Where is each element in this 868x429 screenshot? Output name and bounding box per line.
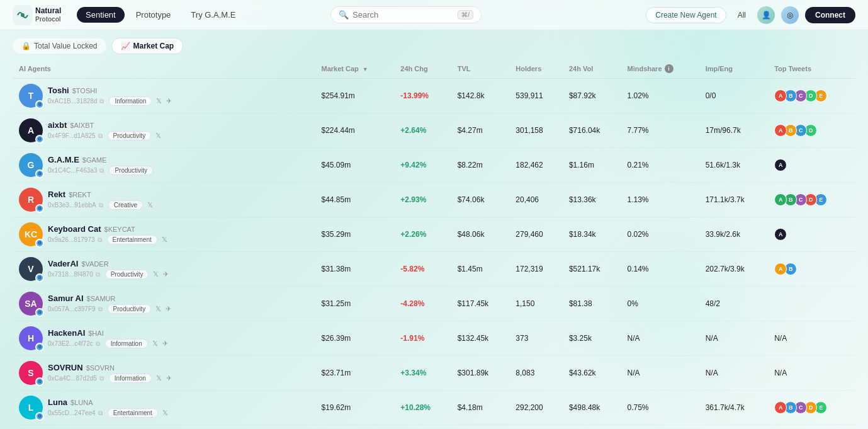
connect-button[interactable]: Connect	[805, 7, 855, 23]
agent-info-cell: T ⚙ Toshi $TOSHI 0xAC1B...31828d ⧉ Infor…	[19, 84, 308, 108]
market-cap-cell: $224.44m	[315, 113, 394, 148]
tweet-avatar[interactable]: A	[774, 193, 787, 206]
agent-address-row: 0xCa4C...87d2d5 ⧉ Information 𝕏✈	[48, 374, 172, 383]
search-input[interactable]	[352, 10, 454, 20]
change-24h-cell: +2.26%	[394, 217, 451, 252]
copy-address-icon[interactable]: ⧉	[98, 132, 103, 140]
tvl-cell: $117.45k	[451, 287, 510, 321]
imp-eng-cell: 171.1k/3.7k	[699, 183, 769, 217]
tweet-avatars-group: ABCDE	[774, 401, 849, 414]
network-icon[interactable]: ◎	[781, 6, 799, 24]
tweet-avatars-group: ABCDE	[774, 89, 849, 102]
twitter-icon[interactable]: 𝕏	[162, 409, 168, 417]
twitter-icon[interactable]: 𝕏	[155, 132, 161, 140]
twitter-icon[interactable]: 𝕏	[153, 270, 159, 278]
tvl-cell: $4.18m	[451, 391, 510, 425]
agent-info-cell: H ⚙ HackenAI $HAI 0x73E2...c4f72c ⧉ Info…	[19, 326, 308, 350]
agent-address-row: 0x4F9F...d1A825 ⧉ Productivity 𝕏	[48, 131, 161, 140]
tweet-avatar[interactable]: A	[774, 124, 787, 137]
twitter-icon[interactable]: 𝕏	[156, 374, 162, 382]
agent-ticker: $SAMUR	[87, 295, 116, 302]
filter-marketcap[interactable]: 📈 Market Cap	[111, 38, 184, 54]
twitter-icon[interactable]: 𝕏	[155, 305, 161, 313]
tweet-avatar[interactable]: A	[774, 228, 787, 241]
mindshare-cell: 1.02%	[621, 79, 699, 113]
mindshare-cell: 0.21%	[621, 148, 699, 183]
create-agent-button[interactable]: Create New Agent	[646, 7, 726, 23]
tweet-avatar[interactable]: A	[774, 401, 787, 414]
vol-24h-cell: $18.34k	[563, 217, 621, 252]
avatar-badge: ⚙	[35, 169, 44, 178]
copy-address-icon[interactable]: ⧉	[99, 98, 104, 105]
agent-tag: Information	[105, 339, 148, 348]
col-24h-vol: 24h Vol	[563, 59, 621, 79]
copy-address-icon[interactable]: ⧉	[99, 167, 104, 174]
agent-info: Rekt $REKT 0xB3e3...91ebbA ⧉ Creative 𝕏	[48, 190, 153, 210]
table-row: G ⚙ G.A.M.E $GAME 0x1C4C...F463a3 ⧉ Prod…	[13, 148, 855, 183]
tweet-avatar[interactable]: A	[774, 89, 787, 102]
imp-eng-cell: 202.7k/3.9k	[699, 252, 769, 287]
copy-address-icon[interactable]: ⧉	[96, 340, 100, 348]
top-tweets-cell: ABCDE	[768, 391, 855, 425]
nav-tab-game[interactable]: Try G.A.M.E	[182, 7, 244, 23]
top-tweets-cell: A	[768, 217, 855, 252]
agent-ticker: $REKT	[69, 191, 91, 198]
twitter-icon[interactable]: 𝕏	[156, 97, 162, 105]
filter-tvl[interactable]: 🔒 Total Value Locked	[13, 38, 106, 54]
copy-address-icon[interactable]: ⧉	[96, 271, 100, 278]
tweet-avatar[interactable]: A	[774, 159, 787, 171]
top-tweets-cell: AB	[768, 252, 855, 287]
nav-tabs: Sentient Prototype Try G.A.M.E	[77, 7, 244, 23]
col-tvl: TVL	[451, 59, 510, 79]
telegram-icon[interactable]: ✈	[162, 340, 168, 348]
header: Natural Protocol Sentient Prototype Try …	[0, 0, 868, 30]
top-tweets-cell: ABCDE	[768, 183, 855, 217]
avatar-wrapper: KC ⚙	[19, 222, 43, 246]
agent-name-row: VaderAI $VADER	[48, 259, 169, 268]
table-row: R ⚙ Rekt $REKT 0xB3e3...91ebbA ⧉ Creativ…	[13, 183, 855, 217]
change-24h-cell: +2.93%	[394, 183, 451, 217]
agent-info-cell: A ⚙ aixbt $AIXBT 0x4F9F...d1A825 ⧉ Produ…	[19, 118, 308, 142]
top-tweets-cell: ABCD	[768, 113, 855, 148]
agent-cell-4: R ⚙ Rekt $REKT 0xB3e3...91ebbA ⧉ Creativ…	[13, 183, 315, 217]
telegram-icon[interactable]: ✈	[166, 97, 172, 105]
avatar-badge: ⚙	[35, 239, 44, 248]
mindshare-info-icon[interactable]: i	[665, 64, 674, 73]
agent-info-cell: SA ⚙ Samur AI $SAMUR 0x057A...c397F9 ⧉ P…	[19, 292, 308, 316]
table-body: T ⚙ Toshi $TOSHI 0xAC1B...31828d ⧉ Infor…	[13, 79, 855, 425]
mindshare-cell: 0.75%	[621, 391, 699, 425]
col-market-cap[interactable]: Market Cap ▼	[315, 59, 394, 79]
copy-address-icon[interactable]: ⧉	[99, 375, 104, 382]
tvl-cell: $132.45k	[451, 321, 510, 356]
vol-24h-cell: $43.62k	[563, 356, 621, 391]
twitter-icon[interactable]: 𝕏	[152, 340, 158, 348]
all-filter-button[interactable]: All	[733, 8, 751, 22]
telegram-icon[interactable]: ✈	[166, 374, 172, 382]
tvl-cell: $48.06k	[451, 217, 510, 252]
telegram-icon[interactable]: ✈	[166, 305, 171, 313]
agent-tag: Entertainment	[108, 408, 158, 418]
col-mindshare: Mindshare i	[621, 59, 699, 79]
nav-tab-sentient[interactable]: Sentient	[77, 7, 125, 23]
top-tweets-cell: N/A	[768, 356, 855, 391]
copy-address-icon[interactable]: ⧉	[99, 202, 103, 209]
twitter-icon[interactable]: 𝕏	[162, 236, 167, 244]
agent-address: 0xAC1B...31828d	[48, 98, 97, 105]
agent-tag: Creative	[108, 200, 143, 210]
user-avatar-icon[interactable]: 👤	[757, 6, 775, 24]
change-24h-cell: +9.42%	[394, 148, 451, 183]
vol-24h-cell: $87.92k	[563, 79, 621, 113]
col-top-tweets: Top Tweets	[768, 59, 855, 79]
search-shortcut: ⌘/	[458, 10, 473, 20]
copy-address-icon[interactable]: ⧉	[98, 236, 102, 244]
agent-address: 0x057A...c397F9	[48, 306, 96, 312]
agent-name-row: aixbt $AIXBT	[48, 120, 161, 130]
copy-address-icon[interactable]: ⧉	[98, 409, 103, 417]
copy-address-icon[interactable]: ⧉	[98, 306, 103, 313]
telegram-icon[interactable]: ✈	[163, 270, 169, 278]
twitter-icon[interactable]: 𝕏	[147, 201, 153, 209]
agent-info-cell: R ⚙ Rekt $REKT 0xB3e3...91ebbA ⧉ Creativ…	[19, 188, 308, 212]
nav-tab-prototype[interactable]: Prototype	[127, 7, 180, 23]
tweet-avatar[interactable]: A	[774, 263, 787, 275]
market-cap-cell: $26.39m	[315, 321, 394, 356]
